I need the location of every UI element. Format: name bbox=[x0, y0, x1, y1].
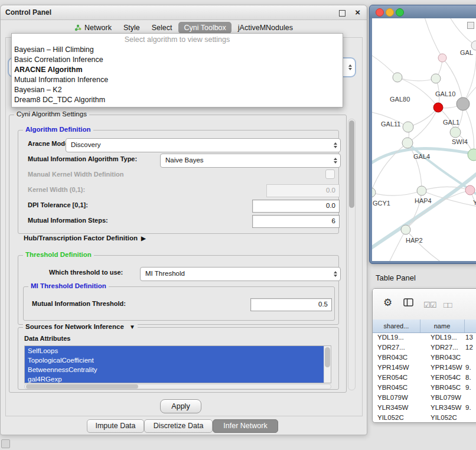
mi-type-value: Naive Bayes bbox=[165, 156, 204, 164]
which-threshold-select[interactable]: MI Threshold bbox=[140, 267, 341, 281]
table-row[interactable]: YPR145WYPR145W9. bbox=[373, 363, 476, 373]
network-node-pinkTop[interactable] bbox=[438, 54, 446, 62]
deselect-all-checkboxes-icon[interactable]: □□ bbox=[444, 298, 452, 312]
tab-cyni-toolbox[interactable]: Cyni Toolbox bbox=[178, 22, 231, 34]
network-node-hap4[interactable] bbox=[417, 186, 426, 195]
select-all-checkboxes-icon[interactable]: ☑☑ bbox=[423, 298, 436, 312]
table-cell: 13 bbox=[465, 332, 473, 343]
mi-threshold-field[interactable]: 0.5 bbox=[250, 298, 332, 311]
network-node-red[interactable] bbox=[433, 103, 443, 112]
close-traffic-light[interactable] bbox=[376, 8, 384, 17]
network-canvas[interactable]: GALGAL80GAL10GAL11GAL1SWI4GAL4GCY1HAP4HA… bbox=[372, 18, 476, 261]
attribute-item-topologicalcoefficient[interactable]: TopologicalCoefficient bbox=[25, 356, 324, 365]
threshold-definition-legend: Threshold Definition bbox=[23, 251, 94, 258]
combo-stepper-icon bbox=[334, 158, 337, 164]
expanded-arrow-icon: ▼ bbox=[129, 324, 135, 330]
table-cell: YBR045C bbox=[431, 383, 461, 393]
attribute-item-betweennesscentrality[interactable]: BetweennessCentrality bbox=[25, 365, 324, 374]
kernel-width-field: 0.0 bbox=[266, 184, 340, 197]
settings-scrollbar[interactable] bbox=[348, 119, 356, 390]
attributes-list-scrollbar[interactable] bbox=[324, 346, 331, 383]
hidden-panel-grip-icon[interactable] bbox=[1, 439, 10, 448]
network-node-gB[interactable] bbox=[431, 74, 441, 83]
scrollbar-thumb[interactable] bbox=[26, 384, 138, 389]
gear-icon[interactable]: ⚙ bbox=[383, 296, 392, 310]
algorithm-option-bayesian-k2[interactable]: Bayesian – K2 bbox=[12, 85, 343, 95]
mi-steps-field[interactable]: 6 bbox=[252, 215, 340, 228]
network-node-gcy1[interactable] bbox=[372, 188, 376, 197]
table-cell: YPR145W bbox=[431, 363, 462, 373]
table-row[interactable]: YER054CYER054C8. bbox=[373, 373, 476, 383]
table-row[interactable]: YBR045CYBR045C9. bbox=[373, 383, 476, 393]
network-node-pinkR[interactable] bbox=[465, 185, 475, 195]
combo-stepper-icon bbox=[348, 64, 352, 70]
table-row[interactable]: YDL19...YDL19...13 bbox=[373, 332, 476, 343]
attribute-item-selfloops[interactable]: SelfLoops bbox=[25, 346, 324, 356]
network-edge bbox=[406, 230, 443, 261]
bottom-tab-infer-network[interactable]: Infer Network bbox=[213, 419, 278, 433]
network-node-gal11[interactable] bbox=[403, 122, 413, 132]
network-node-gA[interactable] bbox=[393, 73, 402, 82]
algorithm-option-dream8-dc-tdc-algorithm[interactable]: Dream8 DC_TDC Algorithm bbox=[12, 95, 343, 105]
tab-jactivemnodules[interactable]: jActiveMNodules bbox=[233, 22, 298, 34]
network-node-gal10[interactable] bbox=[457, 97, 470, 110]
mi-type-select[interactable]: Naive Bayes bbox=[160, 154, 341, 168]
algorithm-option-aracne-algorithm[interactable]: ARACNE Algorithm bbox=[12, 65, 343, 75]
table-cell: YBL079W bbox=[431, 393, 461, 403]
canvas-corner-widget[interactable] bbox=[467, 22, 474, 29]
zoom-traffic-light[interactable] bbox=[396, 8, 404, 17]
mi-type-label: Mutual Information Algorithm Type: bbox=[28, 155, 137, 162]
data-attributes-label: Data Attributes bbox=[24, 335, 70, 342]
tab-style[interactable]: Style bbox=[118, 22, 145, 34]
table-cell: 9. bbox=[465, 363, 471, 373]
network-node-gal4[interactable] bbox=[402, 138, 413, 148]
tab-bar: NetworkStyleSelectCyni ToolboxjActiveMNo… bbox=[1, 22, 367, 34]
network-window-titlebar[interactable] bbox=[370, 5, 476, 18]
aracne-mode-select[interactable]: Discovery bbox=[66, 138, 341, 152]
attributes-hscrollbar[interactable] bbox=[24, 384, 331, 389]
algorithm-option-mutual-information-inference[interactable]: Mutual Information Inference bbox=[12, 75, 343, 85]
table-row[interactable]: YBL079WYBL079W bbox=[373, 393, 476, 403]
network-node-gal1[interactable] bbox=[450, 127, 461, 138]
column-view-icon[interactable] bbox=[403, 298, 413, 307]
apply-button[interactable]: Apply bbox=[160, 399, 201, 413]
node-label-swi4: SWI4 bbox=[452, 138, 468, 145]
control-panel-titlebar[interactable]: Control Panel × bbox=[1, 5, 367, 20]
bottom-tab-impute-data[interactable]: Impute Data bbox=[87, 419, 144, 433]
node-label-hap4: HAP4 bbox=[415, 197, 432, 204]
desktop: Control Panel × NetworkStyleSelectCyni T… bbox=[0, 0, 476, 450]
table-row[interactable]: YBR043CYBR043C bbox=[373, 353, 476, 363]
network-graph[interactable]: GALGAL80GAL10GAL11GAL1SWI4GAL4GCY1HAP4HA… bbox=[372, 18, 476, 261]
data-attributes-list[interactable]: SelfLoopsTopologicalCoefficientBetweenne… bbox=[24, 345, 331, 383]
control-panel-window: Control Panel × NetworkStyleSelectCyni T… bbox=[0, 5, 367, 435]
tab-network[interactable]: Network bbox=[69, 22, 117, 34]
cyni-algorithm-settings-group: Cyni Algorithm Settings Algorithm Defini… bbox=[9, 115, 347, 393]
table-panel-title: Table Panel bbox=[376, 273, 416, 282]
sources-toggle[interactable]: Sources for Network Inference ▼ bbox=[23, 323, 138, 330]
manual-kernel-checkbox bbox=[325, 169, 335, 179]
close-icon[interactable]: × bbox=[355, 6, 360, 19]
column-header-extra[interactable] bbox=[464, 319, 476, 332]
table-cell: YER054C bbox=[377, 373, 407, 383]
minimize-traffic-light[interactable] bbox=[386, 8, 394, 17]
network-node-swi4[interactable] bbox=[468, 149, 476, 161]
attribute-item-gal4rgexp[interactable]: gal4RGexp bbox=[25, 374, 324, 383]
table-row[interactable]: YDR27...YDR27...12 bbox=[373, 343, 476, 353]
table-cell: 12 bbox=[465, 343, 473, 353]
hub-section-toggle[interactable]: Hub/Transcription Factor Definition▶ bbox=[24, 234, 146, 242]
network-node-hap2[interactable] bbox=[401, 225, 410, 234]
column-header-shared[interactable]: shared... bbox=[373, 319, 420, 332]
scrollbar-thumb[interactable] bbox=[349, 120, 354, 208]
column-header-name[interactable]: name bbox=[420, 319, 465, 332]
aracne-mode-label: Aracne Mode: bbox=[28, 140, 71, 147]
dpi-tolerance-field[interactable]: 0.0 bbox=[252, 200, 340, 213]
bottom-tab-discretize-data[interactable]: Discretize Data bbox=[144, 419, 213, 433]
algorithm-option-basic-correlation-inference[interactable]: Basic Correlation Inference bbox=[12, 55, 343, 65]
scrollbar-thumb[interactable] bbox=[325, 347, 330, 367]
float-window-icon[interactable] bbox=[339, 10, 345, 17]
kernel-width-label: Kernel Width (0,1): bbox=[28, 186, 85, 193]
table-row[interactable]: YLR345WYLR345W9. bbox=[373, 403, 476, 413]
table-row[interactable]: YIL052CYIL052C bbox=[373, 413, 476, 422]
tab-select[interactable]: Select bbox=[146, 22, 178, 34]
algorithm-option-bayesian-hill-climbing[interactable]: Bayesian – Hill Climbing bbox=[12, 45, 343, 55]
